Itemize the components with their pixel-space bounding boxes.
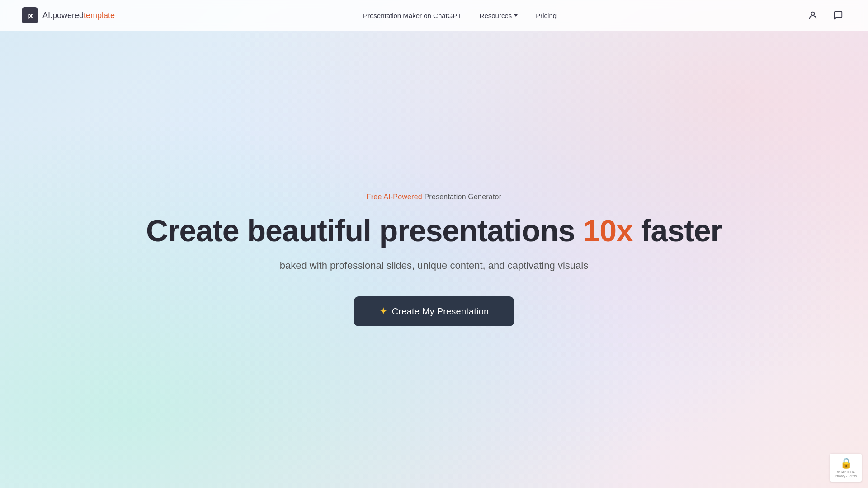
logo-ai: AI.: [42, 11, 52, 20]
hero-title-part1: Create beautiful presentations: [146, 213, 583, 248]
hero-badge-highlight: Free AI-Powered: [367, 193, 422, 201]
chat-icon: [833, 10, 843, 20]
chevron-down-icon: [514, 14, 518, 17]
svg-point-0: [811, 12, 814, 15]
hero-badge: Free AI-Powered Presentation Generator: [367, 193, 501, 201]
hero-title-accent: 10x: [583, 213, 632, 248]
user-account-button[interactable]: [805, 7, 821, 23]
logo[interactable]: pt AI.poweredtemplate: [22, 7, 115, 23]
cta-label: Create My Presentation: [392, 306, 489, 317]
nav-link-pricing[interactable]: Pricing: [536, 12, 557, 19]
logo-icon: pt: [22, 7, 38, 23]
nav-icons: [805, 7, 846, 23]
nav-link-resources[interactable]: Resources: [480, 12, 518, 19]
navbar: pt AI.poweredtemplate Presentation Maker…: [0, 0, 868, 31]
recaptcha-label: reCAPTCHA Privacy - Terms: [835, 470, 857, 478]
logo-powered: powered: [52, 11, 84, 20]
hero-section: Free AI-Powered Presentation Generator C…: [0, 31, 868, 488]
hero-title-part2: faster: [633, 213, 722, 248]
recaptcha-logo: 🔒: [840, 457, 852, 469]
recaptcha-badge: 🔒 reCAPTCHA Privacy - Terms: [830, 454, 862, 482]
logo-template: template: [84, 11, 115, 20]
sparkle-icon: ✦: [379, 305, 387, 317]
create-presentation-button[interactable]: ✦ Create My Presentation: [354, 296, 514, 326]
hero-subtitle: baked with professional slides, unique c…: [280, 258, 588, 273]
nav-link-presentation-maker[interactable]: Presentation Maker on ChatGPT: [363, 12, 462, 19]
user-icon: [808, 10, 818, 20]
hero-title: Create beautiful presentations 10x faste…: [146, 214, 722, 248]
logo-text: AI.poweredtemplate: [42, 11, 115, 20]
nav-links: Presentation Maker on ChatGPT Resources …: [363, 12, 557, 19]
hero-badge-rest: Presentation Generator: [422, 193, 501, 201]
chat-button[interactable]: [830, 7, 846, 23]
